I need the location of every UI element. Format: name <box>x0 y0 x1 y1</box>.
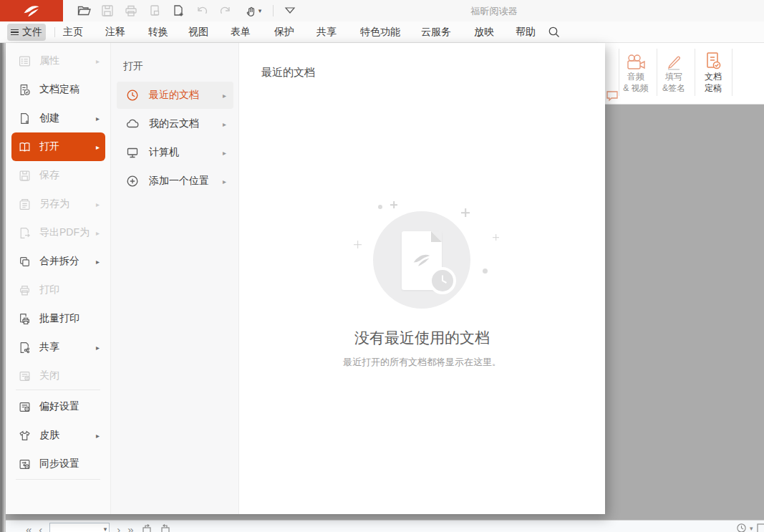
tab-cloud[interactable]: 云服务 <box>421 26 451 39</box>
menu-item-label: 皮肤 <box>39 429 96 442</box>
ribbon-button-fill-sign: 填写 &签名 <box>654 47 694 101</box>
menu-item-share[interactable]: 共享 ▸ <box>11 333 105 362</box>
tab-features[interactable]: 特色功能 <box>360 26 400 39</box>
menu-item-print: 打印 <box>11 276 105 304</box>
menu-item-label: 保存 <box>39 169 105 182</box>
folded-corner-icon <box>431 231 442 242</box>
menu-divider <box>16 479 100 480</box>
submenu-arrow-icon: ▸ <box>96 200 100 208</box>
open-panel-title: 打开 <box>123 60 143 73</box>
sparkle-plus-icon <box>493 234 499 241</box>
submenu-arrow-icon: ▸ <box>223 149 226 157</box>
sync-settings-icon <box>19 458 31 470</box>
chevron-down-icon <box>284 6 296 15</box>
tab-protect[interactable]: 保护 <box>274 26 294 39</box>
search-icon <box>548 26 561 39</box>
submenu-arrow-icon: ▸ <box>96 57 100 65</box>
menu-item-skin[interactable]: 皮肤 ▸ <box>11 421 105 450</box>
ribbon-label: 音频 <box>627 71 644 82</box>
menu-item-save-as: 另存为 ▸ <box>11 190 105 218</box>
history-clock-icon[interactable] <box>736 523 747 532</box>
ribbon-label: & 视频 <box>623 82 648 94</box>
last-page-button[interactable]: » <box>127 523 133 532</box>
menu-item-label: 创建 <box>39 112 96 125</box>
menu-item-batch-print[interactable]: 批量打印 <box>11 304 105 333</box>
menu-bar: 文件 主页 注释 转换 视图 表单 保护 共享 特色功能 云服务 放映 帮助 <box>0 21 764 43</box>
sparkle-dot-icon <box>378 205 382 209</box>
menu-item-open[interactable]: 打开 ▸ <box>11 132 105 161</box>
prev-page-button[interactable]: ‹ <box>39 523 42 532</box>
search-button[interactable] <box>548 26 561 39</box>
page-number-combobox[interactable]: ▾ <box>49 523 110 532</box>
share-document-icon <box>19 342 31 354</box>
submenu-arrow-icon: ▸ <box>223 92 226 100</box>
menu-item-preferences[interactable]: 偏好设置 <box>11 392 105 421</box>
customize-toolbar-button[interactable] <box>278 0 301 21</box>
location-cloud-documents[interactable]: 我的云文档 ▸ <box>117 110 233 137</box>
menu-item-export-pdf: 导出PDF为 ▸ <box>11 218 105 247</box>
location-recent-documents[interactable]: 最近的文档 ▸ <box>117 82 233 109</box>
hand-tool-caret[interactable]: ▾ <box>258 7 262 14</box>
menu-item-create[interactable]: 创建 ▸ <box>11 104 105 132</box>
app-window: ▾ 福昕阅读器 文件 主页 注释 转换 视图 表单 保护 共享 特色功能 云服务… <box>0 0 764 532</box>
tab-file[interactable]: 文件 <box>7 24 46 41</box>
menu-item-label: 文档定稿 <box>39 83 105 96</box>
menu-item-sync-settings[interactable]: 同步设置 <box>11 450 105 478</box>
location-label: 计算机 <box>149 146 223 159</box>
merge-split-icon <box>19 256 31 268</box>
sparkle-dot-icon <box>483 269 488 274</box>
ribbon-button-finalize[interactable]: 文档 定稿 <box>693 47 733 101</box>
submenu-arrow-icon: ▸ <box>223 178 226 185</box>
tab-help[interactable]: 帮助 <box>516 26 536 39</box>
next-page-button[interactable]: › <box>117 523 120 532</box>
menu-item-label: 打印 <box>39 284 105 296</box>
properties-icon <box>19 55 31 67</box>
tab-share[interactable]: 共享 <box>316 26 337 39</box>
submenu-arrow-icon: ▸ <box>96 115 100 122</box>
ribbon-label: &签名 <box>662 82 685 94</box>
undo-icon <box>195 4 209 18</box>
ribbon-label: 文档 <box>705 71 722 82</box>
ribbon-group-divider <box>732 49 732 96</box>
submenu-arrow-icon: ▸ <box>96 344 100 352</box>
tab-form[interactable]: 表单 <box>231 26 251 39</box>
menu-item-finalize[interactable]: 文档定稿 <box>11 75 105 104</box>
cloud-icon <box>126 117 139 130</box>
location-add-place[interactable]: 添加一个位置 ▸ <box>117 168 233 195</box>
submenu-arrow-icon: ▸ <box>96 432 100 440</box>
printer-icon <box>19 284 31 296</box>
menu-item-merge-split[interactable]: 合并拆分 ▸ <box>11 247 105 276</box>
window-edge <box>0 43 6 532</box>
status-bar-right: ▾ <box>736 523 764 532</box>
history-caret[interactable]: ▾ <box>750 525 753 532</box>
single-page-view-icon[interactable] <box>756 523 764 532</box>
recent-documents-panel: 最近的文档 没有最近使用的文档 最近打开的所有文档都将显示 <box>239 43 605 514</box>
menu-item-label: 关闭 <box>39 369 105 382</box>
rotate-right-icon[interactable] <box>160 523 171 532</box>
first-page-button[interactable]: « <box>26 523 32 532</box>
tab-slideshow[interactable]: 放映 <box>474 26 494 39</box>
save-icon <box>100 4 115 18</box>
undo-button <box>190 0 213 21</box>
location-computer[interactable]: 计算机 ▸ <box>117 139 233 166</box>
submenu-arrow-icon: ▸ <box>96 258 100 266</box>
foxit-bird-watermark-icon <box>412 250 432 270</box>
window-title: 福昕阅读器 <box>422 5 566 18</box>
video-camera-icon <box>625 54 647 71</box>
export-pdf-icon <box>19 227 31 239</box>
tab-view[interactable]: 视图 <box>188 26 208 39</box>
computer-icon <box>126 146 139 159</box>
tab-home[interactable]: 主页 <box>63 26 83 39</box>
submenu-arrow-icon: ▸ <box>96 229 100 237</box>
ribbon-label: 填写 <box>665 71 682 82</box>
menu-item-properties: 属性 ▸ <box>11 47 105 75</box>
add-place-icon <box>126 175 139 188</box>
save-button <box>95 0 119 21</box>
tab-comment[interactable]: 注释 <box>105 26 125 39</box>
new-file-button[interactable] <box>166 0 190 21</box>
open-file-button[interactable] <box>72 0 95 21</box>
tab-convert[interactable]: 转换 <box>148 26 168 39</box>
foxit-logo[interactable] <box>0 0 63 21</box>
rotate-left-icon[interactable] <box>141 523 153 532</box>
hand-tool-button[interactable]: ▾ <box>237 0 269 21</box>
